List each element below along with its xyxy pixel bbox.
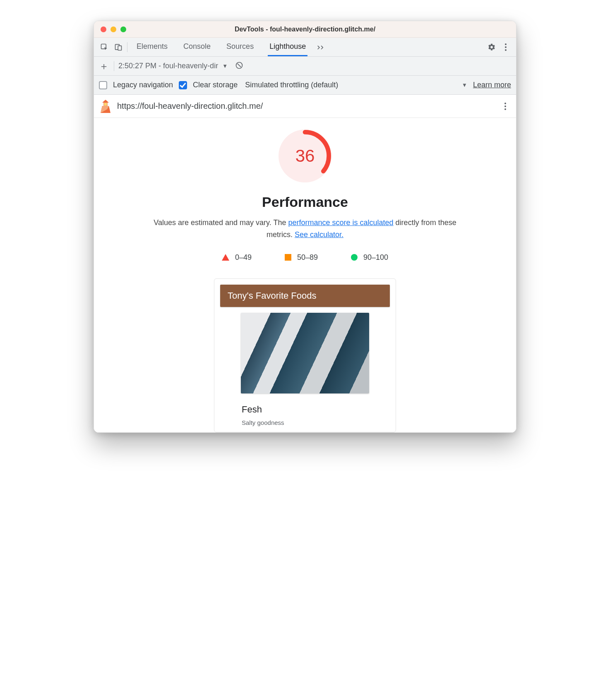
caret-down-icon: ▼ bbox=[222, 63, 228, 69]
report-url-bar: https://foul-heavenly-direction.glitch.m… bbox=[94, 95, 516, 118]
preview-header: Tony's Favorite Foods bbox=[220, 285, 390, 307]
tab-console[interactable]: Console bbox=[182, 38, 212, 56]
preview-body: Fesh Salty goodness bbox=[241, 399, 369, 426]
svg-rect-9 bbox=[104, 103, 107, 105]
legend-range: 90–100 bbox=[363, 253, 388, 262]
report-menu-icon[interactable] bbox=[500, 102, 510, 110]
tab-elements[interactable]: Elements bbox=[135, 38, 169, 56]
report-dropdown[interactable]: 2:50:27 PM - foul-heavenly-dir ▼ bbox=[118, 62, 228, 70]
see-calculator-link[interactable]: See calculator. bbox=[295, 230, 343, 239]
clear-report-icon[interactable] bbox=[235, 61, 243, 71]
devtools-tabs-bar: Elements Console Sources Lighthouse bbox=[94, 38, 516, 57]
legend-range: 50–89 bbox=[297, 253, 318, 262]
divider bbox=[127, 42, 127, 52]
lighthouse-logo-icon bbox=[100, 100, 111, 113]
new-report-button[interactable]: ＋ bbox=[98, 60, 110, 72]
throttling-label: Simulated throttling (default) bbox=[245, 81, 338, 89]
svg-marker-7 bbox=[102, 100, 109, 103]
legend-average: 50–89 bbox=[285, 253, 318, 262]
performance-score-calc-link[interactable]: performance score is calculated bbox=[288, 218, 393, 227]
preview-item-subtitle: Salty goodness bbox=[242, 419, 368, 426]
tab-sources[interactable]: Sources bbox=[225, 38, 255, 56]
svg-rect-2 bbox=[118, 46, 121, 50]
svg-point-14 bbox=[504, 108, 506, 110]
inspect-element-icon[interactable] bbox=[97, 40, 111, 54]
lighthouse-report: 36 Performance Values are estimated and … bbox=[94, 118, 516, 432]
traffic-lights bbox=[94, 26, 126, 32]
preview-image bbox=[241, 313, 369, 393]
report-dropdown-label: 2:50:27 PM - foul-heavenly-dir bbox=[118, 62, 218, 70]
svg-point-12 bbox=[504, 103, 506, 104]
svg-point-3 bbox=[505, 43, 507, 45]
score-section: 36 Performance Values are estimated and … bbox=[104, 129, 506, 432]
legend-pass: 90–100 bbox=[351, 253, 388, 262]
square-icon bbox=[285, 254, 291, 261]
devtools-window: DevTools - foul-heavenly-direction.glitc… bbox=[94, 21, 516, 433]
report-selector-bar: ＋ 2:50:27 PM - foul-heavenly-dir ▼ bbox=[94, 57, 516, 76]
legend-fail: 0–49 bbox=[222, 253, 252, 262]
device-toolbar-icon[interactable] bbox=[111, 40, 125, 54]
legacy-navigation-label: Legacy navigation bbox=[113, 81, 173, 89]
more-tabs-icon[interactable] bbox=[314, 40, 328, 54]
score-legend: 0–49 50–89 90–100 bbox=[222, 253, 388, 262]
category-description: Values are estimated and may vary. The p… bbox=[152, 217, 458, 241]
page-preview-card: Tony's Favorite Foods Fesh Salty goodnes… bbox=[214, 278, 396, 432]
svg-point-5 bbox=[505, 49, 507, 51]
tab-lighthouse[interactable]: Lighthouse bbox=[268, 38, 307, 56]
performance-score-gauge[interactable]: 36 bbox=[279, 129, 331, 182]
svg-point-4 bbox=[505, 46, 507, 48]
window-title: DevTools - foul-heavenly-direction.glitc… bbox=[94, 26, 516, 33]
circle-icon bbox=[351, 254, 358, 261]
category-title: Performance bbox=[262, 194, 348, 210]
legacy-navigation-checkbox[interactable] bbox=[99, 81, 107, 89]
preview-item-title: Fesh bbox=[242, 404, 368, 415]
legend-range: 0–49 bbox=[235, 253, 252, 262]
clear-storage-label: Clear storage bbox=[193, 81, 238, 89]
caret-down-icon[interactable]: ▼ bbox=[462, 82, 467, 88]
window-minimize-button[interactable] bbox=[110, 26, 116, 32]
divider bbox=[114, 61, 114, 71]
report-options-bar: Legacy navigation Clear storage Simulate… bbox=[94, 76, 516, 95]
triangle-icon bbox=[222, 254, 229, 261]
window-close-button[interactable] bbox=[101, 26, 106, 32]
learn-more-link[interactable]: Learn more bbox=[473, 81, 511, 89]
settings-gear-icon[interactable] bbox=[485, 40, 499, 54]
window-titlebar: DevTools - foul-heavenly-direction.glitc… bbox=[94, 21, 516, 38]
report-url: https://foul-heavenly-direction.glitch.m… bbox=[117, 101, 495, 111]
desc-text: Values are estimated and may vary. The bbox=[154, 218, 288, 227]
svg-point-13 bbox=[504, 105, 506, 107]
window-zoom-button[interactable] bbox=[120, 26, 126, 32]
toolbar-more-icon[interactable] bbox=[499, 40, 513, 54]
tab-strip: Elements Console Sources Lighthouse bbox=[135, 38, 307, 56]
clear-storage-checkbox[interactable] bbox=[179, 81, 187, 89]
